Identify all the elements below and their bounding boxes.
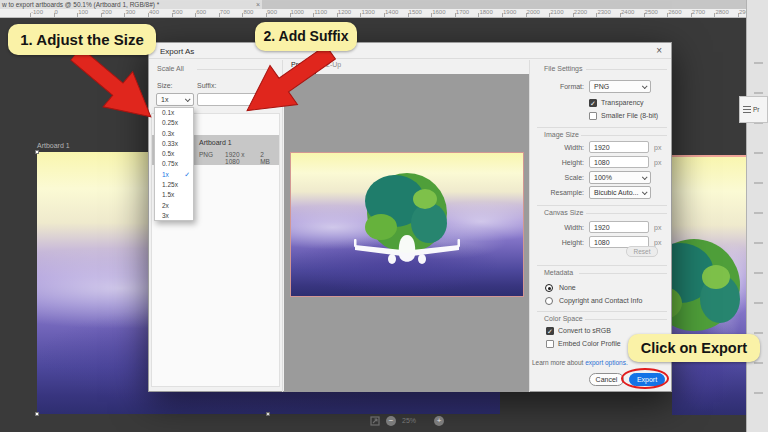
convert-srgb-checkbox[interactable]: ✓ xyxy=(546,327,554,335)
resample-value: Bicubic Auto... xyxy=(594,189,638,196)
height-label: Height: xyxy=(531,159,584,166)
annotation-step3: Click on Export xyxy=(628,334,760,362)
dock-mark xyxy=(754,272,763,274)
artboard-label[interactable]: Artboard 1 xyxy=(37,142,70,149)
ruler-label: 200 xyxy=(102,9,112,15)
preview-image xyxy=(291,153,523,296)
ruler-label: -100 xyxy=(31,9,43,15)
height-input[interactable]: 1080 xyxy=(589,156,649,168)
ruler-label: 900 xyxy=(267,9,277,15)
dock-mark xyxy=(754,302,763,304)
export-options-link[interactable]: export options. xyxy=(585,359,628,366)
dock-mark xyxy=(754,242,763,244)
ruler-label: 1700 xyxy=(456,9,469,15)
size-option-1.5x[interactable]: 1.5x xyxy=(155,190,193,200)
divider xyxy=(585,319,667,320)
embed-profile-checkbox[interactable] xyxy=(546,340,554,348)
scale-value: 100% xyxy=(594,174,612,181)
size-option-0.75x[interactable]: 0.75x xyxy=(155,159,193,169)
ruler-label: 2400 xyxy=(621,9,634,15)
reset-button[interactable]: Reset xyxy=(626,246,658,257)
divider xyxy=(579,273,667,274)
ruler-label: 1500 xyxy=(409,9,422,15)
artboard-2[interactable] xyxy=(672,155,746,415)
size-option-0.33x[interactable]: 0.33x xyxy=(155,139,193,149)
ruler-label: 2000 xyxy=(527,9,540,15)
properties-panel-tab[interactable]: Pr xyxy=(739,96,768,123)
artboard-format: PNG xyxy=(199,151,213,165)
annotation-step1: 1. Adjust the Size xyxy=(8,24,156,55)
ruler-label: 2700 xyxy=(692,9,705,15)
selection-handle[interactable] xyxy=(35,412,39,416)
preview-area: − 25% + xyxy=(284,74,529,392)
dock-mark xyxy=(754,392,763,394)
learn-more-prefix: Learn more about xyxy=(532,359,585,366)
chevron-down-icon xyxy=(185,96,191,102)
transparency-checkbox[interactable]: ✓ xyxy=(589,99,597,107)
suffix-label: Suffix: xyxy=(197,82,216,89)
ruler-label: 1800 xyxy=(479,9,492,15)
size-option-0.3x[interactable]: 0.3x xyxy=(155,129,193,139)
properties-tab-label: Pr xyxy=(753,106,760,113)
artboard-name: Artboard 1 xyxy=(199,139,232,146)
document-tab[interactable]: w to export artboards @ 50.1% (Artboard … xyxy=(0,0,262,9)
size-dropdown-menu: 0.1x0.25x0.3x0.33x0.5x0.75x1x✓1.25x1.5x2… xyxy=(154,107,194,221)
ruler-label: 1100 xyxy=(314,9,327,15)
size-option-2x[interactable]: 2x xyxy=(155,201,193,211)
size-option-0.25x[interactable]: 0.25x xyxy=(155,118,193,128)
canvas-width-input[interactable]: 1920 xyxy=(589,221,649,233)
selection-handle[interactable] xyxy=(35,150,39,154)
canvas-height-label: Height: xyxy=(531,239,584,246)
width-input[interactable]: 1920 xyxy=(589,141,649,153)
ruler-label: 1600 xyxy=(432,9,445,15)
metadata-copyright-radio[interactable] xyxy=(545,297,553,305)
ruler-label: 400 xyxy=(149,9,159,15)
format-select[interactable]: PNG xyxy=(589,80,651,93)
divider xyxy=(581,135,667,136)
ruler-label: 2500 xyxy=(645,9,658,15)
dialog-close-icon[interactable]: × xyxy=(656,46,662,56)
size-option-3x[interactable]: 3x xyxy=(155,211,193,221)
ruler-label: 2800 xyxy=(715,9,728,15)
ruler-label: 100 xyxy=(78,9,88,15)
file-settings-title: File Settings xyxy=(544,65,583,72)
size-option-0.5x[interactable]: 0.5x xyxy=(155,149,193,159)
annotation-step2: 2. Add Suffix xyxy=(255,22,357,51)
selection-handle[interactable] xyxy=(266,412,270,416)
size-option-1x[interactable]: 1x✓ xyxy=(155,170,193,180)
zoom-in-button[interactable]: + xyxy=(434,416,444,426)
ruler-label: 1200 xyxy=(338,9,351,15)
dock-mark xyxy=(754,212,763,214)
divider xyxy=(586,69,667,70)
metadata-none-radio[interactable] xyxy=(545,284,553,292)
scale-select[interactable]: 100% xyxy=(589,171,651,184)
cancel-button[interactable]: Cancel xyxy=(589,373,624,386)
divider xyxy=(529,60,530,392)
zoom-out-button[interactable]: − xyxy=(386,416,396,426)
ruler-label: 700 xyxy=(220,9,230,15)
color-space-title: Color Space xyxy=(544,315,583,322)
format-value: PNG xyxy=(594,83,609,90)
fit-screen-icon[interactable] xyxy=(370,416,380,426)
ruler-label: 2600 xyxy=(668,9,681,15)
smaller-file-label: Smaller File (8-bit) xyxy=(601,112,658,119)
size-option-0.1x[interactable]: 0.1x xyxy=(155,108,193,118)
ruler-label: 2300 xyxy=(597,9,610,15)
divider xyxy=(537,311,667,312)
resample-select[interactable]: Bicubic Auto... xyxy=(589,186,651,199)
zoom-level: 25% xyxy=(402,417,416,424)
dock-mark xyxy=(754,92,763,94)
ruler-label: 500 xyxy=(173,9,183,15)
properties-icon xyxy=(743,106,751,113)
canvas-width-label: Width: xyxy=(531,224,584,231)
ruler-label: 2200 xyxy=(574,9,587,15)
ruler-label: 300 xyxy=(125,9,135,15)
smaller-file-checkbox[interactable] xyxy=(589,112,597,120)
artboard-meta: PNG 1920 x 1080 2 MB xyxy=(199,151,277,165)
size-option-1.25x[interactable]: 1.25x xyxy=(155,180,193,190)
artboard-filesize: 2 MB xyxy=(260,151,277,165)
divider xyxy=(537,205,667,206)
dialog-title: Export As xyxy=(160,47,194,56)
tab-close-icon[interactable]: × xyxy=(256,0,260,9)
resample-label: Resample: xyxy=(531,189,584,196)
